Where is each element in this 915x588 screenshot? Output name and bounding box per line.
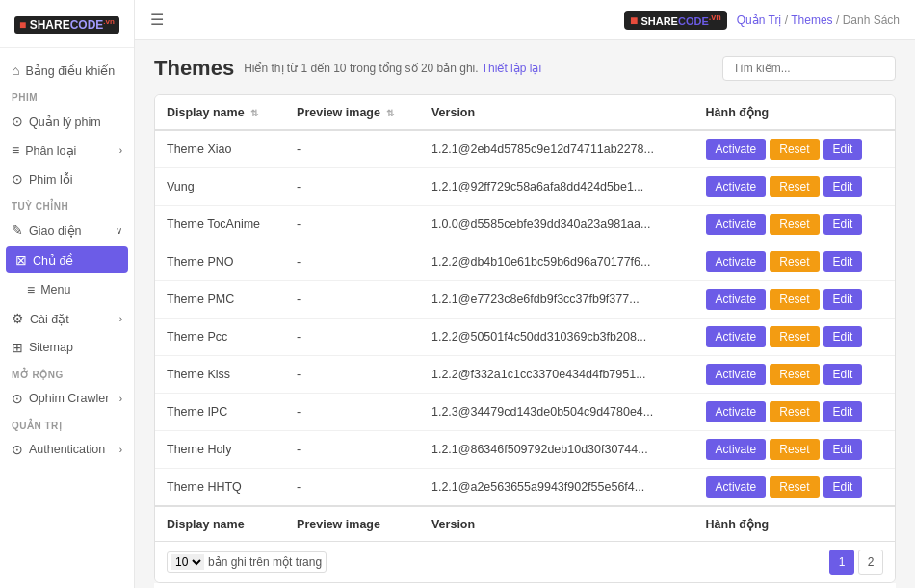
col-display-name: Display name ⇅ [155, 95, 285, 130]
breadcrumb-themes[interactable]: Themes [791, 13, 832, 27]
cell-version-1: 1.2.1@92ff729c58a6afa8dd424d5be1... [420, 168, 694, 206]
cell-preview-7: - [285, 394, 420, 431]
activate-button-4[interactable]: Activate [706, 289, 767, 310]
cell-actions-1: Activate Reset Edit [694, 168, 895, 206]
activate-button-5[interactable]: Activate [706, 326, 767, 347]
breadcrumb-admin[interactable]: Quản Trị [737, 13, 782, 27]
cell-version-9: 1.2.1@a2e563655a9943f902f55e56f4... [420, 469, 694, 507]
edit-button-9[interactable]: Edit [824, 476, 863, 498]
film-icon: ⊙ [12, 114, 23, 129]
page-header: Themes Hiển thị từ 1 đến 10 trong tổng s… [154, 56, 896, 81]
activate-button-7[interactable]: Activate [706, 401, 767, 422]
edit-button-5[interactable]: Edit [824, 326, 863, 347]
page-btn-1[interactable]: 1 [829, 550, 854, 575]
page-subtitle-text: Hiển thị từ 1 đến 10 trong tổng số 20 bả… [244, 62, 478, 75]
cell-name-5: Theme Pcc [155, 319, 285, 356]
activate-button-1[interactable]: Activate [706, 176, 767, 197]
table-footer: 10 25 50 bản ghi trên một trang 1 2 [155, 541, 895, 582]
sidebar-item-phan-loai[interactable]: ≡ Phân loại › [0, 136, 134, 165]
cell-version-2: 1.0.0@d5585cebfe39dd340a23a981aa... [420, 206, 694, 243]
reset-button-5[interactable]: Reset [770, 326, 819, 347]
page-btn-2[interactable]: 2 [858, 550, 883, 575]
edit-button-0[interactable]: Edit [824, 139, 863, 160]
cell-name-7: Theme IPC [155, 394, 285, 431]
cell-actions-2: Activate Reset Edit [694, 206, 895, 243]
activate-button-8[interactable]: Activate [706, 439, 767, 460]
sidebar-item-ophim-crawler[interactable]: ⊙ Ophim Crawler › [0, 384, 134, 413]
reset-button-6[interactable]: Reset [770, 364, 819, 385]
edit-button-6[interactable]: Edit [824, 364, 863, 385]
table-row: Theme Xiao - 1.2.1@2eb4d5785c9e12d74711a… [155, 130, 895, 168]
table-row: Theme PNO - 1.2.2@db4b10e61bc59b6d96a701… [155, 243, 895, 281]
cell-actions-3: Activate Reset Edit [694, 243, 895, 281]
reset-link[interactable]: Thiết lập lại [482, 62, 541, 75]
cell-preview-3: - [285, 243, 420, 281]
sidebar-item-phim-loi[interactable]: ⊙ Phim lỗi [0, 165, 134, 193]
cell-actions-9: Activate Reset Edit [694, 469, 895, 507]
cell-version-7: 1.2.3@34479cd143de0b504c9d4780e4... [420, 394, 694, 431]
edit-button-7[interactable]: Edit [824, 401, 863, 422]
sidebar-item-quan-ly-phim[interactable]: ⊙ Quản lý phim [0, 107, 134, 136]
table-row: Theme Kiss - 1.2.2@f332a1c1cc3370e434d4f… [155, 356, 895, 394]
edit-button-3[interactable]: Edit [824, 251, 863, 272]
sidebar-item-authentication[interactable]: ⊙ Authentication › [0, 435, 134, 464]
activate-button-6[interactable]: Activate [706, 364, 767, 385]
sidebar-item-giao-dien[interactable]: ✎ Giao diện ∨ [0, 216, 134, 244]
cell-name-8: Theme Holy [155, 431, 285, 469]
cell-version-5: 1.2.2@50501f4c50dd310369cb3fb208... [420, 319, 694, 356]
activate-button-9[interactable]: Activate [706, 476, 767, 498]
crawler-icon: ⊙ [12, 391, 23, 406]
per-page-select[interactable]: 10 25 50 [171, 554, 204, 570]
cell-actions-7: Activate Reset Edit [694, 394, 895, 431]
sidebar-label-phim-loi: Phim lỗi [29, 172, 73, 187]
sidebar-item-cai-dat[interactable]: ⚙ Cài đặt › [0, 304, 134, 333]
reset-button-7[interactable]: Reset [770, 401, 819, 422]
sidebar-label-authentication: Authentication [29, 443, 105, 456]
cell-preview-4: - [285, 281, 420, 319]
reset-button-8[interactable]: Reset [770, 439, 819, 460]
breadcrumb-current: Danh Sách [843, 13, 900, 27]
page-subtitle: Hiển thị từ 1 đến 10 trong tổng số 20 bả… [244, 62, 541, 75]
reset-button-4[interactable]: Reset [770, 289, 819, 310]
reset-button-0[interactable]: Reset [770, 139, 819, 160]
sidebar-label-quan-ly-phim: Quản lý phim [29, 115, 101, 129]
footer-col-actions: Hành động [694, 506, 895, 541]
edit-button-4[interactable]: Edit [824, 289, 863, 310]
table-row: Theme HHTQ - 1.2.1@a2e563655a9943f902f55… [155, 469, 895, 507]
menu-icon: ≡ [27, 282, 35, 297]
activate-button-0[interactable]: Activate [706, 139, 767, 160]
cell-version-0: 1.2.1@2eb4d5785c9e12d74711ab2278... [420, 130, 694, 168]
cell-version-8: 1.2.1@86346f509792deb10d30f30744... [420, 431, 694, 469]
chevron-right-icon-3: › [119, 394, 122, 404]
sidebar-item-dashboard[interactable]: ⌂ Bảng điều khiển [0, 56, 134, 85]
page-title: Themes [154, 56, 234, 81]
cell-version-6: 1.2.2@f332a1c1cc3370e434d4fb7951... [420, 356, 694, 394]
reset-button-9[interactable]: Reset [770, 476, 819, 498]
sidebar-item-menu[interactable]: ≡ Menu [0, 275, 134, 304]
edit-button-1[interactable]: Edit [824, 176, 863, 197]
search-input[interactable] [722, 56, 896, 81]
edit-button-8[interactable]: Edit [824, 439, 863, 460]
brand-name: SHARECODE.vn [640, 13, 720, 27]
reset-button-3[interactable]: Reset [770, 251, 819, 272]
sort-icon-name: ⇅ [250, 108, 258, 118]
hamburger-icon[interactable]: ☰ [150, 11, 164, 29]
sidebar-item-sitemap[interactable]: ⊞ Sitemap [0, 333, 134, 362]
sidebar-section-quan-tri: QUẢN TRỊ [0, 413, 134, 435]
topbar-right: ■ SHARECODE.vn Quản Trị / Themes / Danh … [624, 11, 900, 30]
reset-button-2[interactable]: Reset [770, 214, 819, 235]
brand-logo: ■ SHARECODE.vn [624, 11, 727, 30]
table-row: Theme PMC - 1.2.1@e7723c8e6fdb9f3cc37fb9… [155, 281, 895, 319]
sidebar-item-chu-de[interactable]: ⊠ Chủ đề [6, 246, 128, 273]
activate-button-2[interactable]: Activate [706, 214, 767, 235]
cell-actions-8: Activate Reset Edit [694, 431, 895, 469]
cell-name-1: Vung [155, 168, 285, 206]
reset-button-1[interactable]: Reset [770, 176, 819, 197]
cell-actions-4: Activate Reset Edit [694, 281, 895, 319]
edit-button-2[interactable]: Edit [824, 214, 863, 235]
topbar: ☰ ■ SHARECODE.vn Quản Trị / Themes / Dan… [135, 0, 915, 40]
table-row: Theme IPC - 1.2.3@34479cd143de0b504c9d47… [155, 394, 895, 431]
cell-actions-0: Activate Reset Edit [694, 130, 895, 168]
activate-button-3[interactable]: Activate [706, 251, 767, 272]
broken-film-icon: ⊙ [12, 171, 23, 187]
